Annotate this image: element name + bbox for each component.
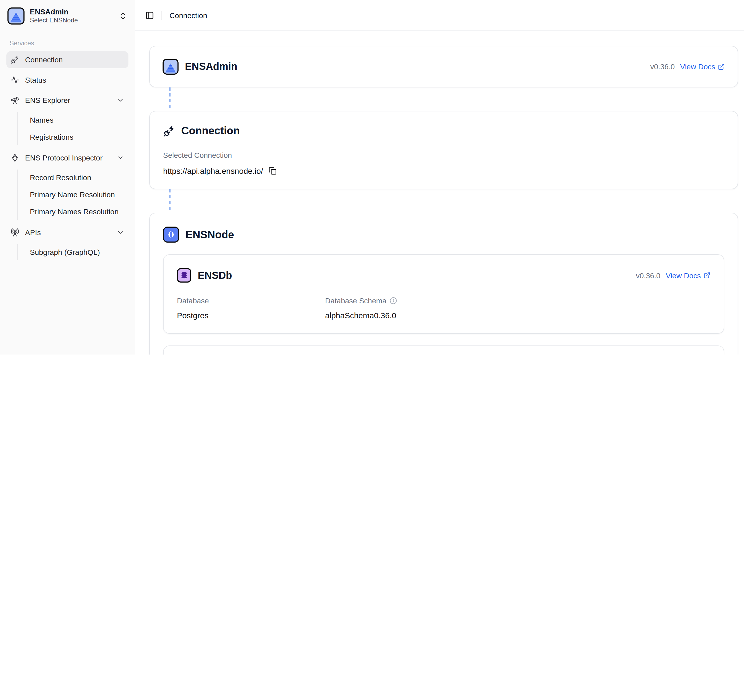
ensadmin-card-icon: [162, 59, 179, 74]
sidebar-item-ens-explorer[interactable]: ENS Explorer: [6, 92, 128, 109]
ensdb-card-title: ENSDb: [198, 270, 232, 281]
sidebar-item-connection[interactable]: Connection: [6, 51, 128, 68]
inspector-sublist: Record Resolution Primary Name Resolutio…: [17, 170, 128, 220]
ensnode-icon: [163, 226, 179, 243]
database-value: Postgres: [177, 311, 325, 320]
sidebar-item-primary-names-resolution[interactable]: Primary Names Resolution: [27, 204, 128, 220]
chevron-down-icon: [117, 154, 124, 162]
card-connector-line: [169, 189, 171, 213]
ensnode-card-title: ENSNode: [186, 228, 234, 241]
sidebar-item-label: Connection: [25, 55, 63, 64]
apis-sublist: Subgraph (GraphQL): [17, 244, 128, 260]
database-schema-value: alphaSchema0.36.0: [325, 311, 473, 320]
chevrons-up-down-icon: [119, 12, 127, 20]
chevron-down-icon: [117, 229, 124, 236]
ensadmin-card-title: ENSAdmin: [185, 61, 237, 73]
ensnode-selector[interactable]: ENSAdmin Select ENSNode: [6, 5, 128, 27]
database-schema-field: Database Schema alphaSchema0.36.0: [325, 296, 473, 320]
info-icon[interactable]: [390, 297, 397, 304]
view-docs-link[interactable]: View Docs: [666, 271, 710, 280]
sidebar-item-names[interactable]: Names: [27, 112, 128, 128]
version-label: v0.36.0: [650, 63, 675, 71]
connection-url: https://api.alpha.ensnode.io/: [163, 166, 263, 176]
copy-icon: [268, 167, 276, 175]
topbar-divider: [161, 11, 162, 19]
sidebar-item-label: APIs: [25, 228, 41, 237]
activity-icon: [10, 76, 19, 84]
plug-icon: [163, 125, 175, 137]
sidebar-item-status[interactable]: Status: [6, 71, 128, 88]
sidebar-item-registrations[interactable]: Registrations: [27, 129, 128, 145]
sidebar-item-ens-protocol-inspector[interactable]: ENS Protocol Inspector: [6, 149, 128, 166]
breadcrumb: Connection: [170, 11, 207, 19]
sidebar-item-primary-name-resolution[interactable]: Primary Name Resolution: [27, 186, 128, 203]
ensadmin-app: ENSAdmin Select ENSNode Services Connect…: [0, 0, 744, 354]
external-link-icon: [704, 272, 710, 279]
card-connector-line: [169, 88, 171, 111]
telescope-icon: [10, 96, 19, 104]
topbar: Connection: [135, 0, 744, 31]
sidebar-toggle-button[interactable]: [146, 11, 154, 19]
sidebar: ENSAdmin Select ENSNode Services Connect…: [0, 0, 135, 354]
view-docs-link[interactable]: View Docs: [680, 63, 725, 71]
chevron-down-icon: [117, 97, 124, 104]
panel-left-icon: [146, 11, 154, 19]
ensindexer-card: ENSIndexer v0.36.0 View Docs Node.: [163, 346, 724, 354]
app-subtitle: Select ENSNode: [30, 16, 78, 24]
plug-icon: [10, 55, 19, 64]
sidebar-item-label: ENS Protocol Inspector: [25, 153, 103, 162]
ensdb-card: ENSDb v0.36.0 View Docs Database: [163, 254, 724, 334]
ensnode-card: ENSNode ENSDb: [149, 213, 738, 354]
sidebar-item-subgraph-graphql[interactable]: Subgraph (GraphQL): [27, 244, 128, 260]
sidebar-item-record-resolution[interactable]: Record Resolution: [27, 170, 128, 186]
ensdb-icon: [177, 268, 191, 283]
services-section-label: Services: [10, 39, 128, 47]
connection-card: Connection Selected Connection https://a…: [149, 111, 738, 189]
sidebar-item-label: Status: [25, 76, 46, 84]
copy-url-button[interactable]: [268, 167, 276, 175]
radio-tower-icon: [10, 228, 19, 237]
sidebar-item-label: ENS Explorer: [25, 96, 70, 104]
main-area: Connection ENSAdmin v0.36.0 View Docs: [135, 0, 744, 354]
connection-card-title: Connection: [181, 125, 240, 137]
external-link-icon: [718, 63, 725, 70]
ens-diamond-icon: [10, 153, 19, 162]
version-label: v0.36.0: [636, 271, 660, 280]
database-field: Database Postgres: [177, 296, 325, 320]
app-name: ENSAdmin: [30, 8, 78, 17]
sidebar-item-apis[interactable]: APIs: [6, 224, 128, 241]
selected-connection-label: Selected Connection: [163, 151, 232, 159]
ens-explorer-sublist: Names Registrations: [17, 112, 128, 145]
ensadmin-card: ENSAdmin v0.36.0 View Docs: [149, 46, 738, 88]
ensadmin-logo-icon: [7, 7, 25, 25]
content: ENSAdmin v0.36.0 View Docs Connection: [135, 31, 744, 354]
